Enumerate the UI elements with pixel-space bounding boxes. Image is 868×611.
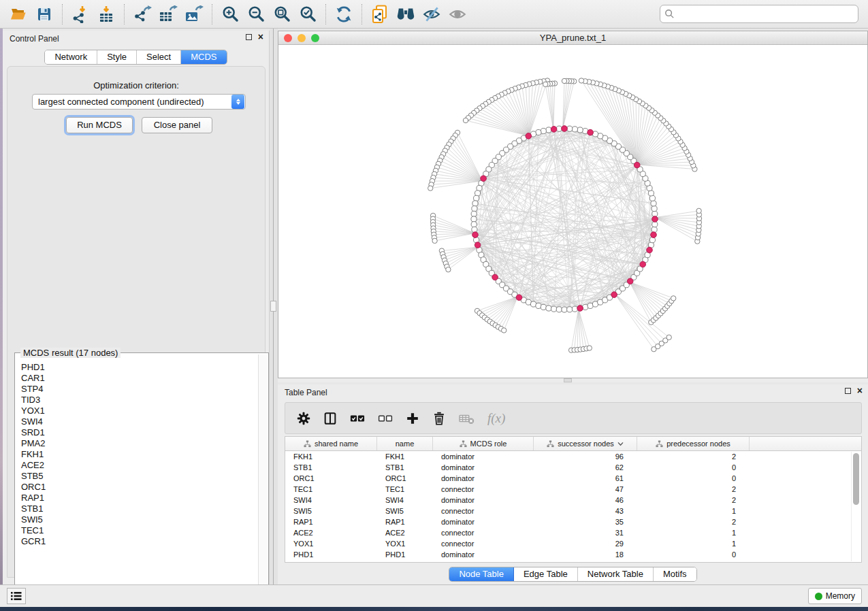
table-row[interactable]: YOX1YOX1connector291	[285, 538, 861, 549]
table-cell: 18	[534, 549, 637, 560]
table-row[interactable]: ACE2ACE2connector311	[285, 527, 861, 538]
mcds-result-item[interactable]: FKH1	[21, 449, 257, 460]
column-header-name[interactable]: name	[377, 437, 433, 450]
table-row[interactable]: SWI5SWI5connector431	[285, 506, 861, 516]
close-panel-icon[interactable]: ×	[857, 387, 863, 395]
mcds-result-item[interactable]: ORC1	[21, 482, 257, 493]
close-panel-button[interactable]: Close panel	[142, 117, 212, 133]
search-input[interactable]	[675, 9, 854, 19]
minimize-traffic-light[interactable]	[298, 34, 306, 42]
mcds-result-item[interactable]: STB1	[21, 503, 257, 514]
deselect-all-icon[interactable]	[377, 411, 393, 426]
show-columns-icon[interactable]	[323, 411, 338, 426]
zoom-in-button[interactable]	[219, 3, 241, 25]
table-cell: connector	[433, 484, 534, 495]
save-session-button[interactable]	[33, 3, 55, 25]
tab-select[interactable]: Select	[137, 50, 181, 64]
close-traffic-light[interactable]	[284, 34, 292, 42]
table-cell: 2	[637, 451, 750, 462]
table-cell: PHD1	[285, 549, 377, 560]
search-box[interactable]	[660, 5, 858, 23]
task-history-button[interactable]	[7, 588, 26, 604]
table-cell: dominator	[433, 549, 534, 560]
table-row[interactable]: RAP1RAP1dominator352	[285, 516, 861, 527]
criterion-dropdown[interactable]: largest connected component (undirected)	[32, 94, 246, 110]
table-row[interactable]: PHD1PHD1dominator180	[285, 549, 861, 560]
zoom-out-button[interactable]	[245, 3, 267, 25]
network-window-titlebar[interactable]: YPA_prune.txt_1	[278, 31, 867, 45]
export-image-button[interactable]	[183, 3, 205, 25]
table-cell: TEC1	[285, 484, 377, 495]
mcds-result-item[interactable]: TID3	[21, 395, 257, 406]
float-panel-icon[interactable]	[845, 388, 851, 394]
table-row[interactable]: STB1STB1dominator620	[285, 462, 861, 473]
scrollbar-thumb[interactable]	[853, 453, 859, 505]
column-header-MCDS-role[interactable]: MCDS role	[433, 437, 534, 450]
search-network-button[interactable]	[395, 3, 417, 25]
import-table-button[interactable]	[95, 3, 117, 25]
tab-node-table[interactable]: Node Table	[449, 567, 514, 581]
table-cell: 1	[637, 538, 750, 549]
zoom-traffic-light[interactable]	[311, 34, 319, 42]
mcds-result-item[interactable]: RAP1	[21, 493, 257, 503]
add-column-icon[interactable]	[405, 411, 420, 426]
table-row[interactable]: TEC1TEC1connector472	[285, 484, 861, 495]
select-all-icon[interactable]	[349, 411, 366, 426]
zoom-fit-button[interactable]	[271, 3, 293, 25]
mcds-result-list[interactable]: PHD1CAR1STP4TID3YOX1SWI4SRD1PMA2FKH1ACE2…	[16, 355, 257, 604]
mcds-result-item[interactable]: GCR1	[21, 536, 257, 547]
mcds-result-item[interactable]: SRD1	[21, 427, 257, 438]
tab-mcds[interactable]: MCDS	[181, 50, 226, 64]
function-builder-icon-disabled: f(x)	[487, 411, 505, 426]
mcds-result-item[interactable]: CAR1	[21, 373, 257, 384]
tab-style[interactable]: Style	[97, 50, 137, 64]
tab-network[interactable]: Network	[45, 50, 97, 64]
table-cell: FKH1	[377, 451, 433, 462]
splitter-grip[interactable]	[270, 301, 276, 312]
table-options-gear-icon[interactable]	[296, 411, 311, 426]
refresh-button[interactable]	[333, 3, 355, 25]
vertical-splitter[interactable]	[270, 29, 278, 584]
column-header-predecessor-nodes[interactable]: predecessor nodes	[637, 437, 750, 450]
zoom-selected-button[interactable]	[297, 3, 319, 25]
table-row[interactable]: ORC1ORC1dominator610	[285, 473, 861, 484]
table-row[interactable]: FKH1FKH1dominator962	[285, 451, 861, 462]
network-from-selection-button[interactable]	[369, 3, 391, 25]
refresh-icon	[335, 5, 353, 23]
memory-button[interactable]: Memory	[808, 588, 862, 604]
mcds-list-scrollbar[interactable]	[258, 354, 268, 604]
mcds-result-item[interactable]: YOX1	[21, 406, 257, 416]
memory-status-icon	[815, 593, 822, 600]
delete-column-icon[interactable]	[432, 411, 447, 426]
mcds-result-item[interactable]: STB5	[21, 471, 257, 482]
export-network-button[interactable]	[131, 3, 153, 25]
export-table-button[interactable]	[157, 3, 179, 25]
run-mcds-button[interactable]: Run MCDS	[66, 117, 133, 133]
column-header-successor-nodes[interactable]: successor nodes	[534, 437, 637, 450]
float-panel-icon[interactable]	[246, 34, 252, 40]
tab-network-table[interactable]: Network Table	[578, 567, 654, 581]
tab-motifs[interactable]: Motifs	[654, 567, 696, 581]
mcds-result-item[interactable]: ACE2	[21, 460, 257, 471]
mcds-result-item[interactable]: TEC1	[21, 525, 257, 536]
import-network-button[interactable]	[69, 3, 91, 25]
mcds-result-item[interactable]: SWI4	[21, 416, 257, 427]
table-scrollbar[interactable]	[851, 452, 861, 561]
table-row[interactable]: SWI4SWI4dominator462	[285, 495, 861, 506]
search-icon	[664, 9, 675, 19]
show-all-button[interactable]	[447, 3, 468, 25]
save-icon	[36, 6, 52, 22]
mcds-result-item[interactable]: PHD1	[21, 362, 257, 373]
close-panel-icon[interactable]: ×	[258, 33, 263, 41]
hide-selected-button[interactable]	[421, 3, 443, 25]
mcds-result-item[interactable]: SWI5	[21, 514, 257, 525]
horizontal-splitter[interactable]	[278, 378, 868, 382]
network-graph-canvas[interactable]	[278, 45, 867, 378]
splitter-grip[interactable]	[564, 378, 572, 382]
open-file-button[interactable]	[7, 3, 29, 25]
tab-edge-table[interactable]: Edge Table	[514, 567, 578, 581]
mcds-result-item[interactable]: PMA2	[21, 438, 257, 449]
mcds-result-item[interactable]: STP4	[21, 384, 257, 395]
column-header-shared-name[interactable]: shared name	[285, 437, 377, 450]
toolbar-separator	[361, 4, 362, 24]
